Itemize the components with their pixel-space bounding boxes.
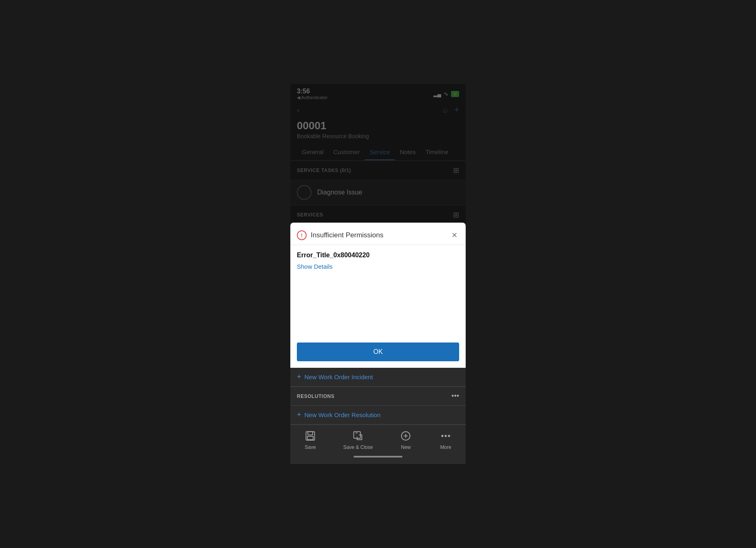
- home-indicator: [290, 453, 466, 464]
- save-toolbar-item[interactable]: Save: [303, 429, 317, 450]
- resolutions-header: RESOLUTIONS •••: [290, 387, 466, 406]
- new-work-order-resolution-row[interactable]: + New Work Order Resolution: [290, 406, 466, 424]
- new-toolbar-item[interactable]: New: [399, 429, 413, 450]
- save-close-label: Save & Close: [343, 444, 373, 450]
- modal-footer: OK: [290, 338, 466, 368]
- modal-dialog: ! Insufficient Permissions ✕ Error_Title…: [290, 223, 466, 464]
- save-svg: [305, 430, 316, 442]
- more-toolbar-item[interactable]: More: [439, 429, 453, 450]
- home-bar: [354, 456, 402, 457]
- error-code: Error_Title_0x80040220: [297, 252, 459, 259]
- show-details-link[interactable]: Show Details: [297, 263, 333, 270]
- save-close-toolbar-item[interactable]: Save & Close: [343, 429, 373, 450]
- modal-body: Error_Title_0x80040220 Show Details: [290, 245, 466, 338]
- new-work-order-incident-row[interactable]: + New Work Order Incident: [290, 368, 466, 387]
- svg-point-5: [442, 435, 443, 437]
- modal-title: Insufficient Permissions: [311, 231, 383, 239]
- error-icon: !: [297, 230, 307, 240]
- resolutions-more-icon[interactable]: •••: [451, 392, 459, 400]
- more-label: More: [440, 444, 451, 450]
- modal-backdrop: [290, 84, 466, 223]
- modal-overlay: ! Insufficient Permissions ✕ Error_Title…: [290, 84, 466, 464]
- svg-rect-1: [308, 432, 313, 435]
- modal-title-group: ! Insufficient Permissions: [297, 230, 383, 240]
- svg-rect-2: [307, 436, 313, 440]
- save-icon: [303, 429, 317, 443]
- new-svg: [400, 430, 411, 442]
- more-svg: [440, 430, 451, 442]
- add-resolution-icon: +: [297, 411, 301, 419]
- save-close-icon: [351, 429, 365, 443]
- more-icon: [439, 429, 453, 443]
- new-icon: [399, 429, 413, 443]
- lower-content: + New Work Order Incident RESOLUTIONS ••…: [290, 368, 466, 424]
- bottom-toolbar: Save Save & Close: [290, 424, 466, 453]
- add-incident-icon: +: [297, 373, 301, 381]
- add-incident-label: New Work Order Incident: [305, 373, 373, 380]
- phone-container: 3:56 ◀ Authenticator ▂▄ ∿ ⚡ ‹ ⌕ + 00001 …: [290, 84, 466, 464]
- save-label: Save: [305, 444, 316, 450]
- add-resolution-label: New Work Order Resolution: [305, 411, 380, 418]
- modal-close-button[interactable]: ✕: [450, 229, 459, 241]
- svg-point-7: [448, 435, 450, 437]
- svg-point-6: [445, 435, 447, 437]
- resolutions-title: RESOLUTIONS: [297, 393, 334, 399]
- modal-header: ! Insufficient Permissions ✕: [290, 223, 466, 245]
- new-label: New: [401, 444, 411, 450]
- save-close-svg: [352, 430, 364, 442]
- ok-button[interactable]: OK: [297, 342, 459, 361]
